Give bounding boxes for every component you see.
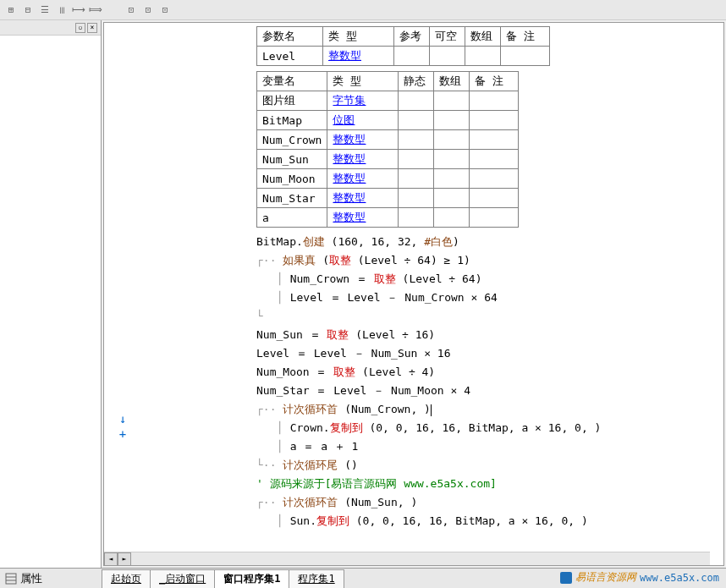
table-row[interactable]: Level 整数型	[257, 47, 550, 66]
toolbar-icon-6[interactable]: ⟾	[88, 3, 103, 18]
scroll-left-icon[interactable]: ◄	[104, 552, 118, 566]
th-param-arr: 数组	[465, 27, 501, 47]
text-cursor	[431, 404, 432, 416]
code-line[interactable]: └·· 计次循环尾 ()	[256, 456, 717, 475]
type-link[interactable]: 整数型	[333, 191, 366, 204]
code-line[interactable]: │ Sun.复制到 (0, 0, 16, 16, BitMap, a × 16,…	[256, 512, 717, 530]
properties-label[interactable]: 属性	[20, 571, 42, 586]
toolbar-icon-2[interactable]: ⊟	[20, 3, 36, 18]
type-link[interactable]: 整数型	[333, 211, 366, 223]
watermark: 易语言资源网 www.e5a5x.com	[560, 570, 719, 585]
watermark-text: 易语言资源网	[575, 570, 636, 585]
watermark-url: www.e5a5x.com	[640, 572, 719, 584]
table-row[interactable]: Num_Sun整数型	[257, 150, 519, 169]
vars-table: 变量名 类 型 静态 数组 备 注 图片组字节集 BitMap位图 Num_Cr…	[256, 71, 519, 228]
params-table: 参数名 类 型 参考 可空 数组 备 注 Level 整数型	[256, 26, 550, 66]
th-param-name: 参数名	[257, 27, 323, 47]
tab-procset1[interactable]: 程序集1	[289, 569, 344, 588]
toolbar-icon-3[interactable]: ☰	[37, 3, 52, 18]
type-link[interactable]: 位图	[333, 113, 355, 126]
th-var-note: 备 注	[470, 72, 519, 91]
th-param-null: 可空	[430, 27, 465, 47]
code-line[interactable]: BitMap.创建 (160, 16, 32, #白色)	[256, 233, 717, 251]
toolbar-icon-4[interactable]: ⫼	[54, 3, 69, 18]
code-line[interactable]: └	[256, 307, 717, 326]
properties-icon	[5, 573, 17, 585]
code-line[interactable]: Num_Sun ＝ 取整 (Level ÷ 16)	[256, 326, 717, 344]
code-line[interactable]: ┌·· 计次循环首 (Num_Sun, )	[256, 493, 717, 512]
gutter-arrow-icon[interactable]: ↓	[119, 412, 126, 426]
code-line[interactable]: Level ＝ Level － Num_Sun × 16	[256, 344, 717, 363]
code-editor[interactable]: ↓ + 参数名 类 型 参考 可空 数组 备 注 Level 整数型	[103, 22, 724, 566]
code-line[interactable]: │ a ＝ a ＋ 1	[256, 437, 717, 456]
code-line[interactable]: Num_Star ＝ Level － Num_Moon × 4	[256, 382, 717, 400]
gutter: ↓ +	[104, 23, 141, 565]
table-row[interactable]: Num_Moon整数型	[257, 169, 519, 189]
watermark-logo-icon	[560, 572, 572, 584]
horizontal-scrollbar[interactable]: ◄ ►	[104, 552, 710, 565]
th-param-ref: 参考	[394, 27, 430, 47]
code-line[interactable]: ' 源码来源于[易语言源码网 www.e5a5x.com]	[256, 475, 717, 493]
document-tabs: 起始页 _启动窗口 窗口程序集1 程序集1	[102, 569, 344, 588]
code-line[interactable]: │ Num_Crown ＝ 取整 (Level ÷ 64)	[256, 270, 717, 289]
type-link[interactable]: 整数型	[333, 133, 366, 146]
toolbar-icon-8[interactable]: ⊡	[140, 3, 156, 18]
type-link[interactable]: 整数型	[333, 172, 366, 184]
table-row[interactable]: 图片组字节集	[257, 91, 519, 111]
table-row[interactable]: BitMap位图	[257, 111, 519, 130]
toolbar-icon-7[interactable]: ⊡	[124, 3, 139, 18]
panel-pin-icon[interactable]: ▫	[75, 23, 85, 33]
toolbar-icon-1[interactable]: ⊞	[3, 3, 19, 18]
tab-startup-window[interactable]: _启动窗口	[150, 569, 215, 588]
gutter-plus-icon[interactable]: +	[119, 427, 126, 441]
th-param-type: 类 型	[323, 27, 394, 47]
tab-window-procset1[interactable]: 窗口程序集1	[214, 569, 289, 588]
th-param-note: 备 注	[501, 27, 550, 47]
code-line[interactable]: ┌·· 如果真 (取整 (Level ÷ 64) ≥ 1)	[256, 251, 717, 270]
bottom-bar: 属性 起始页 _启动窗口 窗口程序集1 程序集1 易语言资源网 www.e5a5…	[0, 568, 726, 588]
left-panel: ▫ ×	[0, 20, 102, 568]
table-row[interactable]: Num_Crown整数型	[257, 130, 519, 150]
code-line[interactable]: │ Crown.复制到 (0, 0, 16, 16, BitMap, a × 1…	[256, 419, 717, 437]
th-var-name: 变量名	[257, 72, 327, 91]
th-var-static: 静态	[399, 72, 434, 91]
type-link[interactable]: 字节集	[333, 94, 366, 107]
toolbar: ⊞ ⊟ ☰ ⫼ ⟼ ⟾ ⊡ ⊡ ⊡	[0, 0, 726, 20]
table-row[interactable]: Num_Star整数型	[257, 189, 519, 208]
toolbar-icon-9[interactable]: ⊡	[157, 3, 173, 18]
code-line[interactable]: Num_Moon ＝ 取整 (Level ÷ 4)	[256, 363, 717, 382]
scroll-right-icon[interactable]: ►	[118, 552, 131, 566]
type-link[interactable]: 整数型	[333, 152, 366, 165]
code-line[interactable]: │ Level ＝ Level － Num_Crown × 64	[256, 289, 717, 307]
th-var-arr: 数组	[434, 72, 470, 91]
code-line[interactable]: ┌·· 计次循环首 (Num_Crown, )	[256, 400, 717, 419]
table-row[interactable]: a整数型	[257, 208, 519, 228]
toolbar-icon-5[interactable]: ⟼	[71, 3, 86, 18]
panel-close-icon[interactable]: ×	[87, 23, 97, 33]
svg-rect-0	[6, 574, 16, 584]
th-var-type: 类 型	[327, 72, 399, 91]
tab-start-page[interactable]: 起始页	[102, 569, 151, 588]
type-link[interactable]: 整数型	[328, 49, 361, 62]
